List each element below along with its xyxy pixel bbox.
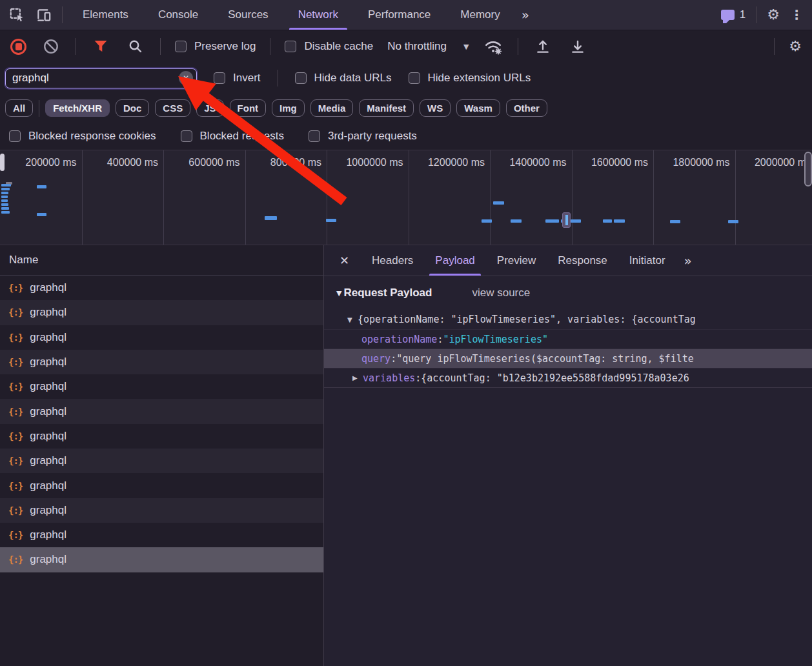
overview-request-bar: [482, 219, 492, 223]
chip-doc[interactable]: Doc: [116, 99, 149, 117]
chip-media[interactable]: Media: [310, 99, 354, 117]
blocked-requests-checkbox[interactable]: Blocked requests: [181, 130, 284, 143]
chip-fetch-xhr[interactable]: Fetch/XHR: [45, 99, 110, 117]
disable-cache-checkbox[interactable]: Disable cache: [285, 40, 373, 53]
filter-funnel-icon[interactable]: [90, 36, 111, 57]
throttling-value: No throttling: [387, 40, 447, 53]
blocked-response-cookies-checkbox[interactable]: Blocked response cookies: [9, 130, 156, 143]
payload-tree-row[interactable]: ▼{operationName: "ipFlowTimeseries", var…: [324, 310, 812, 329]
network-conditions-icon[interactable]: [483, 36, 503, 57]
table-row[interactable]: {:}graphql: [0, 547, 323, 572]
payload-tree-row[interactable]: ▶variables: {accountTag: "b12e3b2192ee55…: [324, 368, 812, 387]
overview-right-handle[interactable]: [804, 152, 812, 187]
close-details-icon[interactable]: ✕: [328, 245, 361, 276]
chip-ws[interactable]: WS: [420, 99, 451, 117]
checkbox[interactable]: [9, 130, 21, 142]
chip-img[interactable]: Img: [272, 99, 305, 117]
request-name: graphql: [30, 430, 66, 443]
table-row[interactable]: {:}graphql: [0, 399, 323, 423]
more-tabs-icon[interactable]: »: [515, 0, 536, 30]
checkbox[interactable]: [295, 72, 307, 84]
collapsed-caret-icon[interactable]: ▶: [352, 374, 363, 381]
overview-request-bar: [1, 207, 9, 210]
network-toolbar: Preserve log Disable cache No throttling…: [0, 30, 812, 63]
request-payload-title: Request Payload: [343, 287, 432, 299]
clear-filter-icon[interactable]: ✕: [179, 71, 193, 85]
settings-gear-icon[interactable]: ⚙: [767, 8, 780, 22]
table-row[interactable]: {:}graphql: [0, 498, 323, 523]
table-row[interactable]: {:}graphql: [0, 449, 323, 473]
record-network-log-button[interactable]: [10, 39, 26, 55]
table-row[interactable]: {:}graphql: [0, 325, 323, 350]
table-row[interactable]: {:}graphql: [0, 424, 323, 449]
checkbox[interactable]: [285, 41, 296, 52]
network-overview-timeline[interactable]: 200000 ms400000 ms600000 ms800000 ms1000…: [0, 150, 812, 245]
tab-initiator[interactable]: Initiator: [618, 245, 676, 276]
tab-console[interactable]: Console: [149, 0, 207, 30]
import-har-icon[interactable]: [533, 36, 553, 57]
overview-tick-label: 1000000 ms: [346, 157, 403, 168]
search-icon[interactable]: [125, 36, 146, 57]
view-source-link[interactable]: view source: [472, 287, 530, 299]
overview-tick-label: 800000 ms: [270, 157, 321, 168]
divider: [270, 38, 270, 55]
preserve-log-checkbox[interactable]: Preserve log: [175, 40, 256, 53]
overview-tick-label: 1600000 ms: [591, 157, 648, 168]
tab-memory[interactable]: Memory: [451, 0, 509, 30]
chip-other[interactable]: Other: [506, 99, 547, 117]
table-row[interactable]: {:}graphql: [0, 300, 323, 325]
more-detail-tabs-icon[interactable]: »: [676, 245, 700, 276]
invert-checkbox[interactable]: Invert: [214, 72, 261, 85]
filter-input[interactable]: [12, 72, 179, 85]
table-row[interactable]: {:}graphql: [0, 276, 323, 300]
divider: [756, 6, 756, 23]
divider: [76, 38, 76, 55]
payload-tree-row[interactable]: operationName: "ipFlowTimeseries": [324, 329, 812, 348]
table-row[interactable]: {:}graphql: [0, 523, 323, 547]
overview-left-handle[interactable]: [0, 154, 5, 171]
kebab-menu-icon[interactable]: ⋮: [790, 8, 803, 21]
tab-performance[interactable]: Performance: [359, 0, 440, 30]
tab-response[interactable]: Response: [547, 245, 618, 276]
chip-css[interactable]: CSS: [155, 99, 190, 117]
chip-wasm[interactable]: Wasm: [456, 99, 500, 117]
checkbox[interactable]: [309, 130, 320, 142]
overview-request-bar: [603, 219, 612, 223]
checkbox[interactable]: [175, 41, 187, 52]
hide-extension-urls-checkbox[interactable]: Hide extension URLs: [409, 72, 531, 85]
table-row[interactable]: {:}graphql: [0, 473, 323, 498]
tab-elements[interactable]: Elements: [74, 0, 137, 30]
hide-data-urls-checkbox[interactable]: Hide data URLs: [295, 72, 392, 85]
tab-network[interactable]: Network: [289, 0, 347, 30]
expanded-caret-icon[interactable]: ▼: [347, 316, 358, 323]
tab-payload[interactable]: Payload: [424, 245, 485, 276]
checkbox[interactable]: [181, 130, 192, 142]
chip-manifest[interactable]: Manifest: [359, 99, 414, 117]
payload-tree-row[interactable]: query: "query ipFlowTimeseries($accountT…: [324, 348, 812, 368]
export-har-icon[interactable]: [567, 36, 588, 57]
name-column-header[interactable]: Name: [0, 245, 323, 276]
device-toolbar-icon[interactable]: [34, 5, 54, 25]
collapse-section-icon[interactable]: ▼: [336, 289, 341, 298]
overview-tick-label: 2000000 ms: [755, 157, 811, 168]
divider: [324, 387, 812, 388]
chip-js[interactable]: JS: [196, 99, 223, 117]
preserve-log-label: Preserve log: [194, 40, 256, 53]
chip-all[interactable]: All: [5, 99, 33, 117]
table-row[interactable]: {:}graphql: [0, 374, 323, 399]
clear-network-log-icon[interactable]: [41, 36, 61, 57]
tab-sources[interactable]: Sources: [219, 0, 277, 30]
tab-headers[interactable]: Headers: [361, 245, 424, 276]
tab-preview[interactable]: Preview: [486, 245, 547, 276]
checkbox[interactable]: [214, 72, 225, 84]
throttling-dropdown[interactable]: No throttling ▼: [387, 40, 469, 53]
issues-badge[interactable]: 1: [721, 8, 746, 21]
network-settings-gear-icon[interactable]: ⚙: [789, 39, 802, 54]
3rd-party-requests-checkbox[interactable]: 3rd-party requests: [309, 130, 417, 143]
inspect-element-icon[interactable]: [6, 5, 27, 25]
overview-request-bar: [265, 216, 277, 220]
chip-font[interactable]: Font: [230, 99, 266, 117]
request-name: graphql: [30, 380, 66, 393]
checkbox[interactable]: [409, 72, 420, 84]
table-row[interactable]: {:}graphql: [0, 350, 323, 374]
